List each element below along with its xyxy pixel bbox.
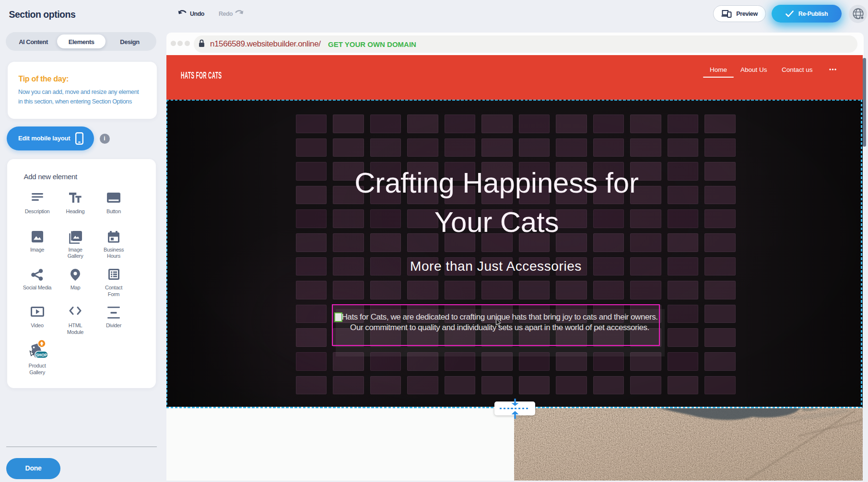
svg-text:SHOP: SHOP <box>35 353 47 357</box>
